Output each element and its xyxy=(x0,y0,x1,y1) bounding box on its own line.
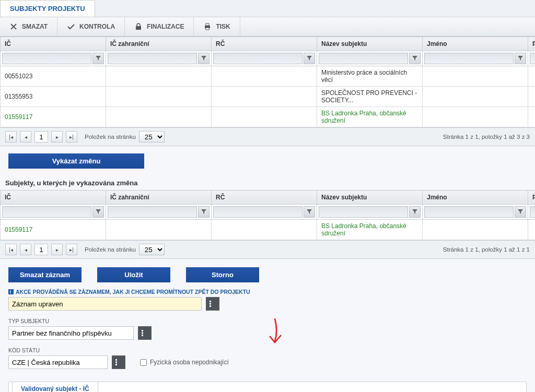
col-name[interactable]: Název subjektu xyxy=(317,191,423,205)
filter-firstname[interactable] xyxy=(424,53,514,64)
svg-rect-12 xyxy=(115,359,117,361)
pager-last-icon[interactable]: ▸| xyxy=(66,131,77,142)
filter-icon[interactable] xyxy=(92,206,104,218)
filter-name[interactable] xyxy=(319,206,408,218)
items-per-page-label: Položek na stránku xyxy=(85,134,136,140)
pager-prev-icon[interactable]: ◂ xyxy=(20,131,31,142)
pager-next-icon[interactable]: ▸ xyxy=(51,131,63,142)
filter-icon[interactable] xyxy=(198,206,210,218)
col-rc[interactable]: RČ xyxy=(212,191,317,205)
col-rc[interactable]: RČ xyxy=(212,37,317,51)
subject-type-input[interactable] xyxy=(8,326,134,340)
lookup-icon[interactable] xyxy=(206,297,219,311)
filter-rc[interactable] xyxy=(213,53,303,64)
table-row[interactable]: 01559117 BS Ladronka Praha, občanské sdr… xyxy=(1,220,536,240)
table-row[interactable]: 00551023 Ministerstvo práce a sociálních… xyxy=(1,66,536,87)
pager-top: |◂ ◂ ▸ ▸| Položek na stránku 25 Stránka … xyxy=(0,127,535,146)
items-per-page-label: Položek na stránku xyxy=(85,246,136,253)
physical-person-label: Fyzická osoba nepodnikající xyxy=(150,359,229,366)
svg-text:i: i xyxy=(10,289,11,294)
finalize-button[interactable]: FINALIZACE xyxy=(125,17,194,36)
physical-person-checkbox[interactable] xyxy=(140,359,147,366)
section-title-changes: Subjekty, u kterých je vykazována změna xyxy=(5,179,535,187)
filter-icon[interactable] xyxy=(92,53,104,64)
filter-surname[interactable] xyxy=(530,53,535,64)
table-row[interactable]: 01559117 BS Ladronka Praha, občanské sdr… xyxy=(1,107,536,127)
filter-rc[interactable] xyxy=(213,206,303,218)
filter-icon[interactable] xyxy=(304,206,315,218)
svg-rect-3 xyxy=(206,28,209,30)
svg-rect-13 xyxy=(115,362,117,363)
subjects-grid-top: IČ IČ zahraniční RČ Název subjektu Jméno… xyxy=(0,37,535,127)
filter-ic[interactable] xyxy=(2,206,91,218)
svg-rect-0 xyxy=(136,26,141,30)
lock-icon xyxy=(134,22,143,31)
save-button[interactable]: Uložit xyxy=(97,267,170,282)
col-name[interactable]: Název subjektu xyxy=(317,37,423,51)
pager-next-icon[interactable]: ▸ xyxy=(51,244,63,255)
items-per-page-select[interactable]: 25 xyxy=(139,244,165,255)
filter-icz[interactable] xyxy=(108,206,197,218)
record-actions: Smazat záznam Uložit Storno xyxy=(0,259,535,289)
col-surname[interactable]: Příjmení xyxy=(528,37,536,51)
filter-ic[interactable] xyxy=(2,53,91,64)
col-ic[interactable]: IČ xyxy=(1,191,106,205)
delete-button[interactable]: SMAZAT xyxy=(0,17,57,36)
svg-rect-9 xyxy=(142,330,143,331)
filter-icz[interactable] xyxy=(108,53,197,64)
filter-icon[interactable] xyxy=(515,206,526,218)
svg-rect-7 xyxy=(210,303,211,305)
print-icon xyxy=(203,22,212,31)
validated-subject-panel: Validovaný subjekt - IČ IČ Validace DATU… xyxy=(8,382,527,392)
svg-rect-10 xyxy=(142,332,143,334)
page-number-input[interactable] xyxy=(34,131,48,142)
pager-first-icon[interactable]: |◂ xyxy=(5,244,17,255)
svg-rect-8 xyxy=(210,305,211,307)
toolbar: SMAZAT KONTROLA FINALIZACE TISK xyxy=(0,17,535,37)
tab-validated-subject[interactable]: Validovaný subjekt - IČ xyxy=(12,382,98,392)
col-surname[interactable]: Příjmení xyxy=(528,191,536,205)
tab-subjekty-projektu[interactable]: SUBJEKTY PROJEKTU xyxy=(0,0,95,17)
check-icon xyxy=(67,22,75,31)
action-label: i AKCE PROVÁDĚNÁ SE ZÁZNAMEM, JAK JI CHC… xyxy=(8,289,527,295)
filter-firstname[interactable] xyxy=(424,206,514,218)
items-per-page-select[interactable]: 25 xyxy=(139,131,165,142)
country-code-input[interactable] xyxy=(8,355,108,369)
lookup-icon[interactable] xyxy=(138,326,152,340)
tab-bar: SUBJEKTY PROJEKTU xyxy=(0,0,535,17)
action-input[interactable] xyxy=(8,297,202,311)
filter-name[interactable] xyxy=(319,53,408,64)
close-icon xyxy=(9,22,18,31)
col-ic-foreign[interactable]: IČ zahraniční xyxy=(106,37,212,51)
filter-surname[interactable] xyxy=(530,206,535,218)
pager-bottom: |◂ ◂ ▸ ▸| Položek na stránku 25 Stránka … xyxy=(0,240,535,259)
cancel-button[interactable]: Storno xyxy=(186,267,259,282)
type-label: TYP SUBJEKTU xyxy=(8,318,527,324)
pager-summary: Stránka 1 z 1, položky 1 až 1 z 1 xyxy=(443,246,530,253)
filter-icon[interactable] xyxy=(409,53,421,64)
pager-last-icon[interactable]: ▸| xyxy=(66,244,77,255)
report-change-button[interactable]: Vykázat změnu xyxy=(8,153,144,169)
col-ic[interactable]: IČ xyxy=(1,37,106,51)
filter-icon[interactable] xyxy=(198,53,210,64)
col-ic-foreign[interactable]: IČ zahraniční xyxy=(106,191,212,205)
page-number-input[interactable] xyxy=(34,244,48,255)
filter-icon[interactable] xyxy=(409,206,421,218)
pager-summary: Stránka 1 z 1, položky 1 až 3 z 3 xyxy=(443,134,530,140)
subjects-grid-changes: IČ IČ zahraniční RČ Název subjektu Jméno… xyxy=(0,190,535,240)
svg-rect-6 xyxy=(210,301,211,302)
table-row[interactable]: 01355953 SPOLEČNOST PRO PREVENCI - SOCIE… xyxy=(1,87,536,107)
col-firstname[interactable]: Jméno xyxy=(423,191,528,205)
delete-record-button[interactable]: Smazat záznam xyxy=(8,267,82,282)
pager-prev-icon[interactable]: ◂ xyxy=(20,244,31,255)
check-button[interactable]: KONTROLA xyxy=(57,17,125,36)
svg-rect-14 xyxy=(115,364,117,365)
pager-first-icon[interactable]: |◂ xyxy=(5,131,17,142)
svg-rect-11 xyxy=(142,335,143,336)
filter-icon[interactable] xyxy=(515,53,526,64)
country-label: KÓD STÁTU xyxy=(8,347,527,353)
print-button[interactable]: TISK xyxy=(194,17,240,36)
filter-icon[interactable] xyxy=(304,53,315,64)
lookup-icon[interactable] xyxy=(112,355,125,369)
col-firstname[interactable]: Jméno xyxy=(423,37,528,51)
